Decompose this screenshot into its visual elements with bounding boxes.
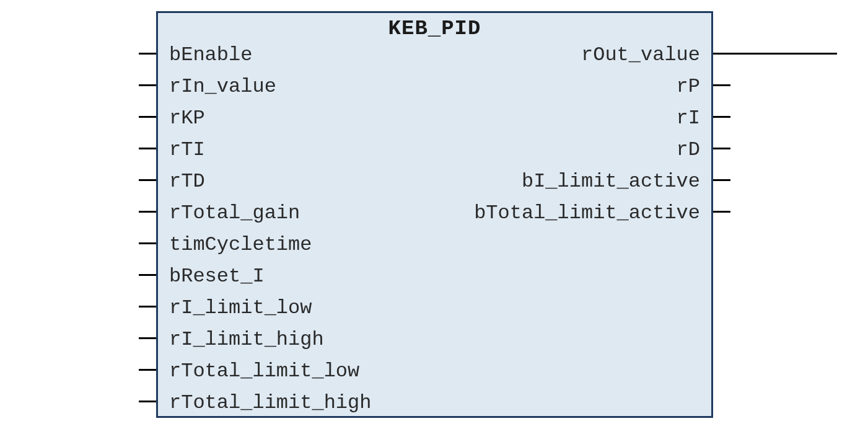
output-pin-label: bTotal_limit_active: [474, 203, 700, 223]
input-pin-label: timCycletime: [169, 235, 312, 255]
output-pin-label: bI_limit_active: [522, 172, 700, 192]
input-pin-label: rTotal_limit_high: [169, 393, 371, 413]
input-pin-label: rTotal_gain: [169, 203, 300, 223]
output-pin-stub: [713, 53, 837, 55]
input-pin-stub: [139, 148, 156, 149]
input-pin-stub: [139, 242, 156, 244]
input-pin-label: bEnable: [169, 45, 252, 65]
input-pin-label: rI_limit_high: [169, 330, 324, 350]
diagram-canvas: KEB_PID bEnablerIn_valuerKPrTIrTDrTotal_…: [0, 0, 868, 434]
input-pin-label: rTD: [169, 172, 205, 192]
input-pin-stub: [139, 84, 156, 86]
output-pin-stub: [713, 116, 730, 118]
output-pin-label: rOut_value: [581, 45, 700, 65]
input-pin-stub: [139, 306, 156, 308]
input-pin-label: rKP: [169, 108, 205, 128]
input-pin-label: rIn_value: [169, 77, 276, 97]
output-pin-stub: [713, 179, 730, 181]
input-pin-stub: [139, 211, 156, 213]
input-pin-label: rI_limit_low: [169, 298, 312, 318]
output-pin-label: rP: [677, 77, 700, 97]
input-pin-stub: [139, 274, 156, 276]
block-title: KEB_PID: [158, 17, 711, 40]
input-pin-stub: [139, 179, 156, 181]
function-block: KEB_PID bEnablerIn_valuerKPrTIrTDrTotal_…: [156, 11, 713, 418]
input-pin-stub: [139, 401, 156, 402]
output-pin-stub: [713, 148, 730, 149]
input-pin-label: bReset_I: [169, 267, 265, 286]
output-pin-label: rD: [677, 140, 700, 160]
input-pin-stub: [139, 337, 156, 339]
input-pin-stub: [139, 116, 156, 118]
input-pin-label: rTotal_limit_low: [169, 361, 359, 381]
output-pin-stub: [713, 211, 730, 213]
input-pin-stub: [139, 53, 156, 55]
output-pin-label: rI: [677, 108, 700, 128]
input-pin-stub: [139, 369, 156, 371]
input-pin-label: rTI: [169, 140, 205, 160]
output-pin-stub: [713, 84, 730, 86]
